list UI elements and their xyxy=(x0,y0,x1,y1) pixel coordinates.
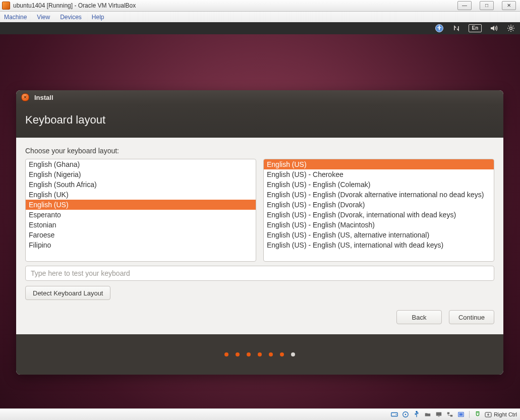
installer-footer: Back Continue xyxy=(16,307,503,334)
progress-dot xyxy=(280,352,284,356)
status-shared-folders-icon[interactable] xyxy=(424,411,432,418)
status-network-icon[interactable] xyxy=(446,411,454,418)
keyboard-language-item[interactable]: English (US) xyxy=(26,200,256,210)
network-icon[interactable] xyxy=(451,23,461,33)
svg-rect-10 xyxy=(447,412,449,414)
host-key-indicator[interactable]: Right Ctrl xyxy=(485,411,517,418)
status-capture-icon[interactable] xyxy=(457,411,465,418)
virtualbox-menu-bar: Machine View Devices Help xyxy=(0,12,520,23)
host-key-label: Right Ctrl xyxy=(494,411,517,417)
keyboard-variant-item[interactable]: English (US) - English (Dvorak, internat… xyxy=(264,210,494,220)
keyboard-variant-item[interactable]: English (US) - English (Dvorak alternati… xyxy=(264,190,494,200)
svg-point-7 xyxy=(416,411,417,412)
progress-dot xyxy=(236,352,240,356)
keyboard-language-item[interactable]: Faroese xyxy=(26,230,256,240)
installer-window: ✕ Install Keyboard layout Choose your ke… xyxy=(16,90,503,375)
virtualbox-title-bar: ubuntu1404 [Running] - Oracle VM Virtual… xyxy=(0,0,520,12)
keyboard-language-item[interactable]: English (UK) xyxy=(26,190,256,200)
virtualbox-window-title: ubuntu1404 [Running] - Oracle VM Virtual… xyxy=(13,2,136,9)
keyboard-variant-item[interactable]: English (US) - English (US, internationa… xyxy=(264,240,494,250)
menu-machine[interactable]: Machine xyxy=(4,14,27,21)
accessibility-icon[interactable] xyxy=(434,23,444,33)
virtualbox-app-icon xyxy=(2,2,10,10)
keyboard-variant-item[interactable]: English (US) - English (Colemak) xyxy=(264,179,494,190)
close-window-button[interactable]: ✕ xyxy=(502,1,516,10)
svg-point-4 xyxy=(396,414,397,415)
keyboard-language-item[interactable]: Esperanto xyxy=(26,210,256,220)
installer-window-title: Install xyxy=(34,94,53,101)
virtualbox-status-bar: Right Ctrl xyxy=(0,408,520,420)
maximize-button[interactable]: □ xyxy=(480,1,494,10)
status-optical-icon[interactable] xyxy=(401,411,410,418)
status-hdd-icon[interactable] xyxy=(390,411,398,418)
keyboard-language-item[interactable]: English (Nigeria) xyxy=(26,169,256,179)
back-button[interactable]: Back xyxy=(396,310,442,324)
menu-help[interactable]: Help xyxy=(92,14,104,21)
keyboard-variant-list[interactable]: English (US)English (US) - CherokeeEngli… xyxy=(263,159,494,262)
menu-devices[interactable]: Devices xyxy=(60,14,82,21)
progress-dot xyxy=(269,352,273,356)
svg-rect-13 xyxy=(459,413,463,415)
status-usb-icon[interactable] xyxy=(413,411,421,418)
progress-dots xyxy=(16,334,503,375)
progress-dot xyxy=(224,352,228,356)
keyboard-variant-item[interactable]: English (US) xyxy=(264,159,494,169)
svg-point-6 xyxy=(405,414,407,415)
guest-display: En ✕ Install Keyboard layout Choose your… xyxy=(0,22,520,409)
keyboard-language-item[interactable]: English (South Africa) xyxy=(26,179,256,190)
svg-rect-8 xyxy=(436,412,442,416)
progress-dot xyxy=(258,352,262,356)
menu-view[interactable]: View xyxy=(37,14,50,21)
unity-top-panel: En xyxy=(0,22,520,34)
keyboard-test-input[interactable] xyxy=(25,266,494,281)
status-display-icon[interactable] xyxy=(435,411,443,418)
keyboard-language-item[interactable]: Estonian xyxy=(26,220,256,230)
svg-rect-9 xyxy=(438,416,440,417)
installer-body: Choose your keyboard layout: English (Gh… xyxy=(16,138,503,307)
installer-heading: Keyboard layout xyxy=(16,104,503,138)
svg-point-2 xyxy=(510,27,512,30)
minimize-button[interactable]: — xyxy=(457,1,472,10)
window-buttons: — □ ✕ xyxy=(457,1,518,10)
keyboard-variant-item[interactable]: English (US) - English (US, alternative … xyxy=(264,230,494,240)
sound-icon[interactable] xyxy=(489,23,499,33)
installer-title-bar[interactable]: ✕ Install xyxy=(16,90,503,104)
detect-keyboard-button[interactable]: Detect Keyboard Layout xyxy=(25,286,110,300)
progress-dot xyxy=(291,352,295,356)
continue-button[interactable]: Continue xyxy=(449,310,494,324)
keyboard-variant-item[interactable]: English (US) - English (Macintosh) xyxy=(264,220,494,230)
keyboard-language-item[interactable]: Filipino xyxy=(26,240,256,250)
keyboard-prompt: Choose your keyboard layout: xyxy=(25,147,494,155)
svg-point-1 xyxy=(439,26,440,27)
status-mouse-icon[interactable] xyxy=(474,411,482,418)
keyboard-language-list[interactable]: English (Ghana)English (Nigeria)English … xyxy=(25,159,256,262)
system-gear-icon[interactable] xyxy=(506,23,516,33)
progress-dot xyxy=(247,352,251,356)
close-icon[interactable]: ✕ xyxy=(21,93,29,101)
keyboard-variant-item[interactable]: English (US) - English (Dvorak) xyxy=(264,200,494,210)
keyboard-variant-item[interactable]: English (US) - Cherokee xyxy=(264,169,494,179)
language-indicator[interactable]: En xyxy=(469,24,482,32)
keyboard-language-item[interactable]: English (Ghana) xyxy=(26,159,256,169)
